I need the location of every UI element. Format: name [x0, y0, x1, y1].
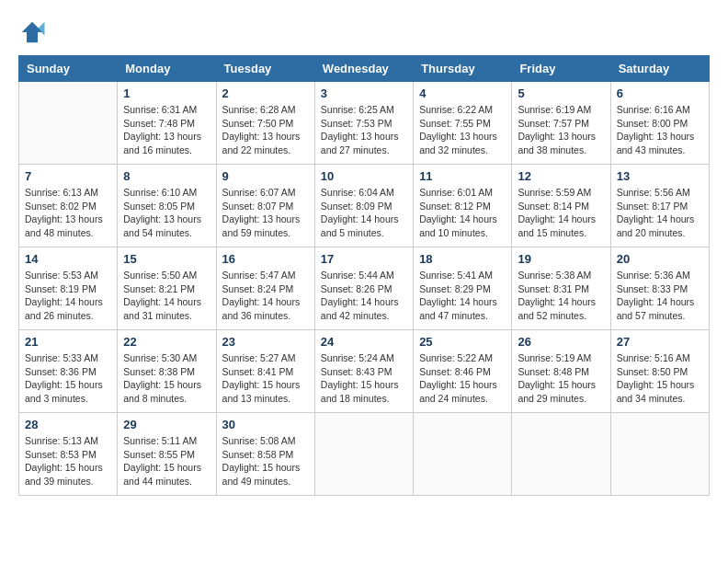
day-number: 7 [25, 169, 111, 183]
day-number: 30 [222, 418, 309, 431]
day-info: Sunrise: 6:01 AM Sunset: 8:12 PM Dayligh… [419, 186, 506, 240]
calendar-cell: 24Sunrise: 5:24 AM Sunset: 8:43 PM Dayli… [314, 330, 413, 413]
day-number: 12 [518, 169, 604, 183]
weekday-header-sunday: Sunday [19, 56, 118, 82]
day-number: 16 [222, 252, 309, 266]
day-number: 2 [222, 86, 309, 100]
calendar-cell: 17Sunrise: 5:44 AM Sunset: 8:26 PM Dayli… [314, 247, 413, 330]
day-number: 17 [321, 252, 407, 266]
calendar-body: 1Sunrise: 6:31 AM Sunset: 7:48 PM Daylig… [19, 82, 710, 496]
weekday-header-wednesday: Wednesday [314, 56, 413, 82]
day-info: Sunrise: 5:56 AM Sunset: 8:17 PM Dayligh… [617, 186, 703, 240]
weekday-header-monday: Monday [118, 56, 216, 82]
calendar-week-row: 1Sunrise: 6:31 AM Sunset: 7:48 PM Daylig… [19, 82, 710, 165]
day-number: 3 [321, 86, 407, 100]
calendar-cell [414, 413, 512, 496]
day-info: Sunrise: 5:30 AM Sunset: 8:38 PM Dayligh… [123, 351, 210, 406]
calendar-cell: 10Sunrise: 6:04 AM Sunset: 8:09 PM Dayli… [314, 165, 413, 247]
svg-marker-0 [22, 22, 43, 43]
day-info: Sunrise: 6:22 AM Sunset: 7:55 PM Dayligh… [419, 103, 506, 157]
day-info: Sunrise: 5:41 AM Sunset: 8:29 PM Dayligh… [419, 269, 506, 323]
calendar-cell: 9Sunrise: 6:07 AM Sunset: 8:07 PM Daylig… [216, 165, 314, 247]
calendar-cell: 20Sunrise: 5:36 AM Sunset: 8:33 PM Dayli… [610, 247, 709, 330]
day-info: Sunrise: 5:59 AM Sunset: 8:14 PM Dayligh… [518, 186, 604, 240]
day-number: 25 [419, 335, 506, 349]
calendar-cell: 19Sunrise: 5:38 AM Sunset: 8:31 PM Dayli… [512, 247, 610, 330]
day-number: 13 [617, 169, 703, 183]
day-info: Sunrise: 6:10 AM Sunset: 8:05 PM Dayligh… [123, 186, 210, 240]
day-info: Sunrise: 6:16 AM Sunset: 8:00 PM Dayligh… [617, 103, 703, 157]
day-info: Sunrise: 5:16 AM Sunset: 8:50 PM Dayligh… [617, 351, 703, 406]
calendar-cell: 12Sunrise: 5:59 AM Sunset: 8:14 PM Dayli… [512, 165, 610, 247]
calendar-cell: 6Sunrise: 6:16 AM Sunset: 8:00 PM Daylig… [610, 82, 709, 165]
day-info: Sunrise: 5:11 AM Sunset: 8:55 PM Dayligh… [123, 434, 210, 488]
calendar-cell: 7Sunrise: 6:13 AM Sunset: 8:02 PM Daylig… [19, 165, 118, 247]
day-number: 11 [419, 169, 506, 183]
logo [18, 18, 50, 46]
calendar-cell [610, 413, 709, 496]
day-info: Sunrise: 5:19 AM Sunset: 8:48 PM Dayligh… [518, 351, 604, 406]
day-info: Sunrise: 5:24 AM Sunset: 8:43 PM Dayligh… [321, 351, 407, 406]
day-info: Sunrise: 6:19 AM Sunset: 7:57 PM Dayligh… [518, 103, 604, 157]
day-number: 22 [123, 335, 210, 349]
calendar-cell: 13Sunrise: 5:56 AM Sunset: 8:17 PM Dayli… [610, 165, 709, 247]
day-number: 9 [222, 169, 309, 183]
day-number: 4 [419, 86, 506, 100]
calendar-cell: 22Sunrise: 5:30 AM Sunset: 8:38 PM Dayli… [118, 330, 216, 413]
day-info: Sunrise: 5:44 AM Sunset: 8:26 PM Dayligh… [321, 269, 407, 323]
calendar-table: SundayMondayTuesdayWednesdayThursdayFrid… [18, 55, 710, 496]
day-info: Sunrise: 5:38 AM Sunset: 8:31 PM Dayligh… [518, 269, 604, 323]
svg-marker-1 [38, 22, 45, 36]
day-number: 19 [518, 252, 604, 266]
day-number: 26 [518, 335, 604, 349]
day-number: 23 [222, 335, 309, 349]
calendar-cell: 5Sunrise: 6:19 AM Sunset: 7:57 PM Daylig… [512, 82, 610, 165]
day-number: 21 [25, 335, 111, 349]
calendar-cell: 2Sunrise: 6:28 AM Sunset: 7:50 PM Daylig… [216, 82, 314, 165]
calendar-header: SundayMondayTuesdayWednesdayThursdayFrid… [19, 56, 710, 82]
day-info: Sunrise: 5:53 AM Sunset: 8:19 PM Dayligh… [25, 269, 111, 323]
day-number: 1 [123, 86, 210, 100]
day-info: Sunrise: 5:47 AM Sunset: 8:24 PM Dayligh… [222, 269, 309, 323]
day-info: Sunrise: 5:13 AM Sunset: 8:53 PM Dayligh… [25, 434, 111, 488]
calendar-cell [314, 413, 413, 496]
day-number: 14 [25, 252, 111, 266]
calendar-cell: 18Sunrise: 5:41 AM Sunset: 8:29 PM Dayli… [414, 247, 512, 330]
calendar-week-row: 28Sunrise: 5:13 AM Sunset: 8:53 PM Dayli… [19, 413, 710, 496]
day-number: 6 [617, 86, 703, 100]
weekday-header-friday: Friday [512, 56, 610, 82]
day-number: 5 [518, 86, 604, 100]
day-info: Sunrise: 5:08 AM Sunset: 8:58 PM Dayligh… [222, 434, 309, 488]
day-number: 20 [617, 252, 703, 266]
day-info: Sunrise: 5:33 AM Sunset: 8:36 PM Dayligh… [25, 351, 111, 406]
calendar-cell [19, 82, 118, 165]
calendar-cell: 28Sunrise: 5:13 AM Sunset: 8:53 PM Dayli… [19, 413, 118, 496]
day-info: Sunrise: 6:13 AM Sunset: 8:02 PM Dayligh… [25, 186, 111, 240]
weekday-header-tuesday: Tuesday [216, 56, 314, 82]
day-info: Sunrise: 6:04 AM Sunset: 8:09 PM Dayligh… [321, 186, 407, 240]
day-info: Sunrise: 5:22 AM Sunset: 8:46 PM Dayligh… [419, 351, 506, 406]
calendar-cell: 3Sunrise: 6:25 AM Sunset: 7:53 PM Daylig… [314, 82, 413, 165]
page-header [18, 18, 710, 46]
calendar-cell: 16Sunrise: 5:47 AM Sunset: 8:24 PM Dayli… [216, 247, 314, 330]
weekday-header-thursday: Thursday [414, 56, 512, 82]
calendar-cell: 30Sunrise: 5:08 AM Sunset: 8:58 PM Dayli… [216, 413, 314, 496]
day-info: Sunrise: 5:36 AM Sunset: 8:33 PM Dayligh… [617, 269, 703, 323]
day-info: Sunrise: 6:07 AM Sunset: 8:07 PM Dayligh… [222, 186, 309, 240]
weekday-header-saturday: Saturday [610, 56, 709, 82]
calendar-cell: 29Sunrise: 5:11 AM Sunset: 8:55 PM Dayli… [118, 413, 216, 496]
day-number: 27 [617, 335, 703, 349]
day-info: Sunrise: 6:31 AM Sunset: 7:48 PM Dayligh… [123, 103, 210, 157]
weekday-header-row: SundayMondayTuesdayWednesdayThursdayFrid… [19, 56, 710, 82]
day-number: 24 [321, 335, 407, 349]
day-info: Sunrise: 5:50 AM Sunset: 8:21 PM Dayligh… [123, 269, 210, 323]
day-number: 8 [123, 169, 210, 183]
day-number: 15 [123, 252, 210, 266]
calendar-cell: 26Sunrise: 5:19 AM Sunset: 8:48 PM Dayli… [512, 330, 610, 413]
logo-icon [18, 18, 46, 46]
calendar-week-row: 14Sunrise: 5:53 AM Sunset: 8:19 PM Dayli… [19, 247, 710, 330]
calendar-cell: 15Sunrise: 5:50 AM Sunset: 8:21 PM Dayli… [118, 247, 216, 330]
calendar-cell: 23Sunrise: 5:27 AM Sunset: 8:41 PM Dayli… [216, 330, 314, 413]
calendar-cell [512, 413, 610, 496]
calendar-week-row: 7Sunrise: 6:13 AM Sunset: 8:02 PM Daylig… [19, 165, 710, 247]
